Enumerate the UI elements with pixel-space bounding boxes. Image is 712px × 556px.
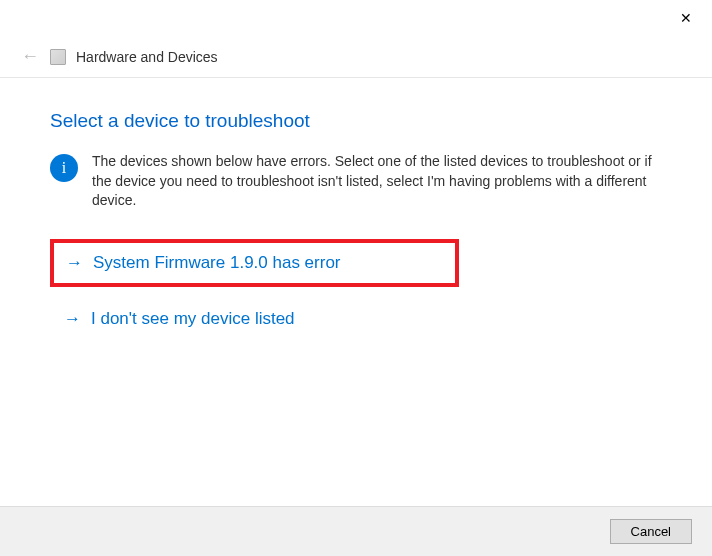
footer: Cancel <box>0 506 712 556</box>
close-button[interactable]: ✕ <box>674 6 698 30</box>
info-icon: i <box>50 154 78 182</box>
close-icon: ✕ <box>680 10 692 26</box>
option-system-firmware[interactable]: → System Firmware 1.9.0 has error <box>50 239 459 287</box>
option-device-not-listed[interactable]: → I don't see my device listed <box>50 305 662 333</box>
back-arrow-icon: ← <box>20 46 40 67</box>
info-text: The devices shown below have errors. Sel… <box>92 152 662 211</box>
page-heading: Select a device to troubleshoot <box>50 110 662 132</box>
app-icon <box>50 49 66 65</box>
titlebar: ✕ <box>0 0 712 36</box>
header-title: Hardware and Devices <box>76 49 218 65</box>
arrow-right-icon: → <box>66 253 83 273</box>
info-row: i The devices shown below have errors. S… <box>50 152 662 211</box>
cancel-button[interactable]: Cancel <box>610 519 692 544</box>
content-area: Select a device to troubleshoot i The de… <box>0 78 712 333</box>
option-label: System Firmware 1.9.0 has error <box>93 253 341 273</box>
option-label: I don't see my device listed <box>91 309 295 329</box>
header: ← Hardware and Devices <box>0 36 712 73</box>
arrow-right-icon: → <box>64 309 81 329</box>
